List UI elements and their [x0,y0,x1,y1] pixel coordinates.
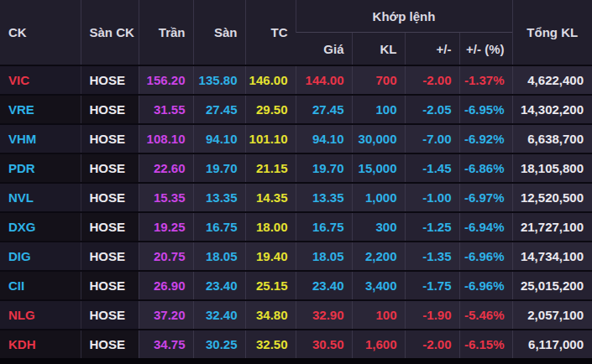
total-volume-cell: 4,622,400 [512,65,592,95]
ticker-cell[interactable]: VRE [0,95,81,124]
total-volume-cell: 14,302,200 [512,95,592,124]
ticker-cell[interactable]: NLG [0,300,81,330]
total-volume-cell: 2,057,100 [512,300,592,330]
table-row[interactable]: DIGHOSE20.7518.0519.4018.052,200-1.35-6.… [0,242,592,271]
ticker-cell[interactable]: NVL [0,183,81,212]
matched-volume-cell: 300 [352,212,405,242]
change-cell: -1.90 [405,300,459,330]
ticker-cell[interactable]: DIG [0,242,81,271]
total-volume-cell: 21,727,100 [512,212,592,242]
floor-price-cell: 27.45 [193,95,245,124]
total-volume-cell: 14,734,100 [512,242,592,271]
total-volume-cell: 12,520,500 [512,183,592,212]
ceiling-price-cell: 15.35 [139,183,193,212]
change-percent-cell: -1.37% [459,65,512,95]
stock-price-board: CK Sàn CK Trần Sàn TC Khớp lệnh Tổng KL … [0,0,592,358]
matched-price-cell: 94.10 [296,124,352,153]
change-cell: -2.05 [405,95,459,124]
ticker-cell[interactable]: VHM [0,124,81,153]
matched-price-cell: 27.45 [296,95,352,124]
exchange-cell: HOSE [81,124,139,153]
ticker-cell[interactable]: CII [0,271,81,300]
ceiling-price-cell: 26.90 [139,271,193,300]
reference-price-cell: 29.50 [245,95,296,124]
change-percent-cell: -5.46% [459,300,512,330]
change-cell: -1.25 [405,212,459,242]
matched-volume-cell: 100 [352,95,405,124]
ticker-cell[interactable]: KDH [0,330,81,358]
table-row[interactable]: VHMHOSE108.1094.10101.1094.1030,000-7.00… [0,124,592,153]
table-row[interactable]: VREHOSE31.5527.4529.5027.45100-2.05-6.95… [0,95,592,124]
exchange-cell: HOSE [81,212,139,242]
change-cell: -2.00 [405,330,459,358]
matched-volume-cell: 3,400 [352,271,405,300]
matched-price-cell: 19.70 [296,153,352,183]
matched-price-cell: 13.35 [296,183,352,212]
change-percent-cell: -6.92% [459,124,512,153]
change-cell: -1.00 [405,183,459,212]
exchange-cell: HOSE [81,65,139,95]
exchange-cell: HOSE [81,242,139,271]
table-row[interactable]: PDRHOSE22.6019.7021.1519.7015,000-1.45-6… [0,153,592,183]
reference-price-cell: 19.40 [245,242,296,271]
change-percent-cell: -6.86% [459,153,512,183]
change-cell: -1.75 [405,271,459,300]
reference-price-cell: 14.35 [245,183,296,212]
reference-price-cell: 32.50 [245,330,296,358]
table-row[interactable]: VICHOSE156.20135.80146.00144.00700-2.00-… [0,65,592,95]
column-header-reference: TC [245,0,296,65]
exchange-cell: HOSE [81,183,139,212]
change-percent-cell: -6.15% [459,330,512,358]
column-header-change: +/- [405,33,459,66]
table-row[interactable]: NVLHOSE15.3513.3514.3513.351,000-1.00-6.… [0,183,592,212]
ticker-cell[interactable]: DXG [0,212,81,242]
table-row[interactable]: KDHHOSE34.7530.2532.5030.501,600-2.00-6.… [0,330,592,358]
matched-price-cell: 30.50 [296,330,352,358]
ceiling-price-cell: 108.10 [139,124,193,153]
ceiling-price-cell: 31.55 [139,95,193,124]
floor-price-cell: 19.70 [193,153,245,183]
ceiling-price-cell: 20.75 [139,242,193,271]
total-volume-cell: 6,638,700 [512,124,592,153]
matched-price-cell: 18.05 [296,242,352,271]
floor-price-cell: 135.80 [193,65,245,95]
reference-price-cell: 25.15 [245,271,296,300]
table-row[interactable]: NLGHOSE37.2032.4034.8032.90100-1.90-5.46… [0,300,592,330]
table-row[interactable]: DXGHOSE19.2516.7518.0016.75300-1.25-6.94… [0,212,592,242]
matched-price-cell: 16.75 [296,212,352,242]
column-header-total-volume: Tổng KL [512,0,592,65]
floor-price-cell: 94.10 [193,124,245,153]
change-cell: -1.35 [405,242,459,271]
change-percent-cell: -6.96% [459,271,512,300]
reference-price-cell: 34.80 [245,300,296,330]
floor-price-cell: 32.40 [193,300,245,330]
floor-price-cell: 13.35 [193,183,245,212]
ticker-cell[interactable]: PDR [0,153,81,183]
column-header-ceiling: Trần [139,0,193,65]
ceiling-price-cell: 37.20 [139,300,193,330]
reference-price-cell: 21.15 [245,153,296,183]
exchange-cell: HOSE [81,95,139,124]
column-header-exchange: Sàn CK [81,0,139,65]
exchange-cell: HOSE [81,153,139,183]
matched-volume-cell: 2,200 [352,242,405,271]
exchange-cell: HOSE [81,300,139,330]
matched-price-cell: 23.40 [296,271,352,300]
floor-price-cell: 18.05 [193,242,245,271]
total-volume-cell: 6,117,000 [512,330,592,358]
change-cell: -2.00 [405,65,459,95]
total-volume-cell: 25,015,200 [512,271,592,300]
exchange-cell: HOSE [81,271,139,300]
matched-volume-cell: 15,000 [352,153,405,183]
column-header-ticker: CK [0,0,81,65]
column-header-matched-volume: KL [352,33,405,66]
table-header: CK Sàn CK Trần Sàn TC Khớp lệnh Tổng KL … [0,0,592,65]
matched-volume-cell: 700 [352,65,405,95]
matched-volume-cell: 100 [352,300,405,330]
change-cell: -7.00 [405,124,459,153]
table-row[interactable]: CIIHOSE26.9023.4025.1523.403,400-1.75-6.… [0,271,592,300]
ticker-cell[interactable]: VIC [0,65,81,95]
ceiling-price-cell: 19.25 [139,212,193,242]
change-percent-cell: -6.96% [459,242,512,271]
column-header-change-percent: +/- (%) [459,33,512,66]
